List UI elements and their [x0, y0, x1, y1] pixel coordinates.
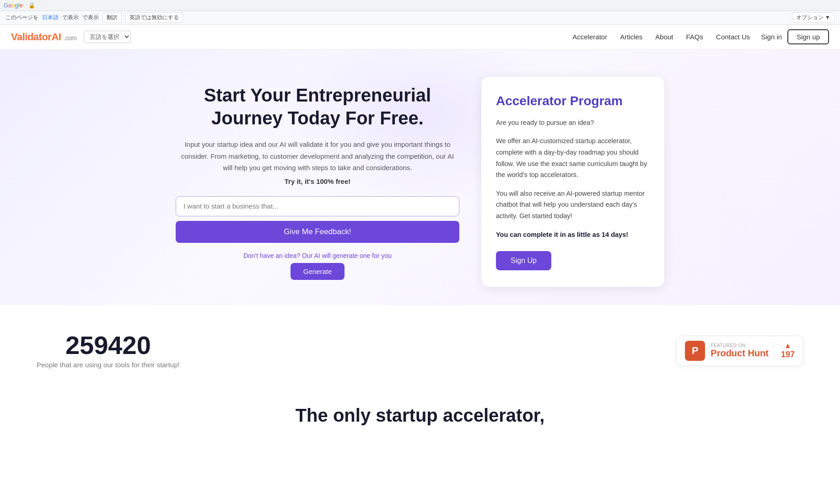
product-hunt-votes: ▲ 197	[774, 342, 795, 359]
product-hunt-featured: FEATURED ON	[711, 343, 769, 348]
stats-left: 259420 People that are using our tools f…	[37, 332, 180, 369]
upvote-arrow-icon: ▲	[784, 342, 792, 350]
product-hunt-info: FEATURED ON Product Hunt	[711, 343, 769, 358]
vote-count: 197	[781, 350, 795, 359]
bottom-section: The only startup accelerator,	[0, 387, 840, 444]
logo-suffix: .com	[64, 34, 76, 42]
bottom-title: The only startup accelerator,	[37, 405, 803, 426]
generate-button[interactable]: Generate	[291, 263, 345, 280]
nav-about[interactable]: About	[655, 33, 673, 41]
accelerator-title: Accelerator Program	[496, 93, 650, 109]
product-hunt-badge[interactable]: P FEATURED ON Product Hunt ▲ 197	[676, 336, 803, 366]
product-hunt-name: Product Hunt	[711, 348, 769, 358]
signin-button[interactable]: Sign in	[761, 33, 782, 41]
hero-free-text: Try it, it's 100% free!	[176, 177, 459, 185]
options-button[interactable]: オプション ▼	[792, 12, 835, 23]
hero-description: Input your startup idea and our AI will …	[176, 139, 459, 174]
translate-separator: で表示	[82, 14, 99, 21]
accelerator-card: Accelerator Program Are you ready to pur…	[481, 77, 664, 287]
nav-accelerator[interactable]: Accelerator	[572, 33, 607, 41]
translate-lang-link[interactable]: 日本語	[42, 14, 59, 21]
nav-links: Accelerator Articles About FAQs Contact …	[572, 33, 750, 41]
idea-input-wrapper[interactable]	[176, 196, 459, 216]
accelerator-desc3: You will also receive an AI-powered star…	[496, 188, 650, 222]
hero-left: Start Your Entrepreneurial Journey Today…	[176, 84, 459, 280]
signup-button[interactable]: Sign up	[787, 29, 829, 44]
site-logo[interactable]: ValidatorAI .com	[11, 31, 76, 43]
hero-title: Start Your Entrepreneurial Journey Today…	[176, 84, 459, 129]
google-logo: Google	[4, 2, 23, 9]
stats-label: People that are using our tools for thei…	[37, 361, 180, 369]
nav-contact[interactable]: Contact Us	[716, 33, 750, 41]
translate-bar: このページを 日本語 で表示 で表示 翻訳 英語では無効にする オプション ▼	[0, 11, 840, 25]
browser-bar: Google 🔒	[0, 0, 840, 11]
translate-button[interactable]: 翻訳	[102, 12, 122, 23]
stats-number: 259420	[37, 332, 180, 358]
product-hunt-icon: P	[685, 341, 705, 361]
product-hunt-letter: P	[692, 345, 699, 357]
language-select[interactable]: 言語を選択	[84, 31, 131, 43]
translate-prefix: このページを	[5, 14, 38, 21]
nav-faqs[interactable]: FAQs	[686, 33, 704, 41]
stats-section: 259420 People that are using our tools f…	[0, 305, 840, 387]
accelerator-desc4: You can complete it in as little as 14 d…	[496, 229, 650, 241]
idea-input[interactable]	[183, 202, 452, 210]
accelerator-desc1: Are you ready to pursue an idea?	[496, 117, 650, 129]
nav-articles[interactable]: Articles	[620, 33, 642, 41]
navbar: ValidatorAI .com 言語を選択 Accelerator Artic…	[0, 25, 840, 49]
translate-suffix: で表示	[62, 14, 79, 21]
logo-text: ValidatorAI	[11, 31, 61, 43]
hero-section: Start Your Entrepreneurial Journey Today…	[0, 49, 840, 305]
generate-link[interactable]: Don't have an idea? Our AI will generate…	[176, 252, 459, 259]
accelerator-desc2: We offer an AI-customized startup accele…	[496, 135, 650, 181]
feedback-button[interactable]: Give Me Feedback!	[176, 221, 459, 243]
accelerator-signup-button[interactable]: Sign Up	[496, 251, 551, 270]
disable-translate-button[interactable]: 英語では無効にする	[125, 12, 183, 23]
accelerator-highlight: You can complete it in as little as 14 d…	[496, 231, 628, 238]
